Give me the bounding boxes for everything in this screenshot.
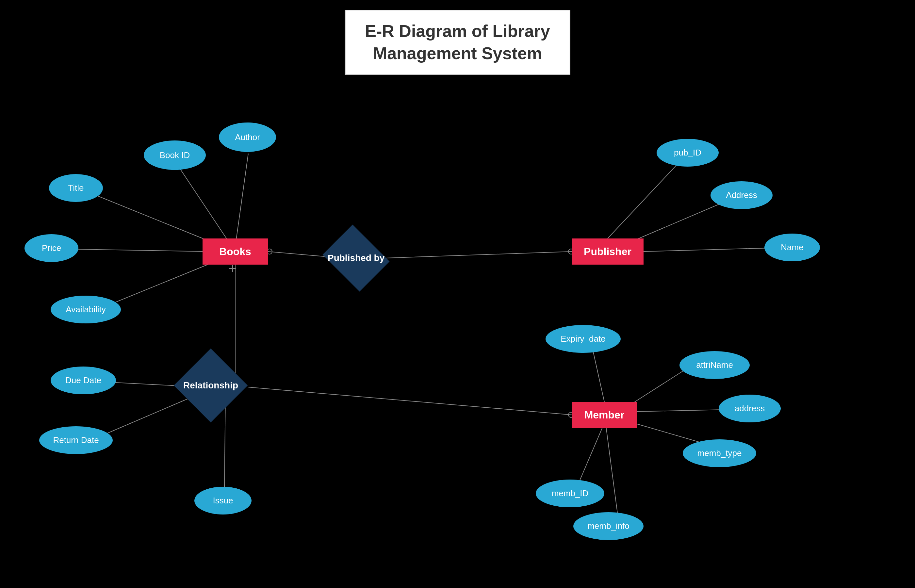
- svg-line-14: [224, 397, 225, 487]
- attr-title: Title: [49, 174, 103, 202]
- svg-line-19: [580, 423, 604, 480]
- attr-memb-type: memb_type: [683, 439, 756, 467]
- attr-issue: Issue: [194, 487, 252, 515]
- diagram-lines: [0, 0, 915, 588]
- attr-address-pub: Address: [710, 181, 773, 209]
- svg-line-20: [606, 426, 617, 513]
- attr-memb-id: memb_ID: [536, 480, 604, 507]
- attr-name-pub: Name: [764, 234, 820, 261]
- svg-line-11: [248, 387, 572, 415]
- entity-books: Books: [203, 239, 268, 265]
- svg-line-6: [386, 252, 572, 258]
- attr-availability: Availability: [51, 296, 121, 323]
- attr-price: Price: [24, 234, 78, 262]
- attr-address-mem: address: [719, 395, 781, 422]
- attr-pub-id: pub_ID: [657, 139, 719, 166]
- attr-expiry-date: Expiry_date: [545, 325, 621, 353]
- svg-line-3: [60, 249, 206, 252]
- svg-line-0: [173, 158, 235, 252]
- attr-book-id: Book ID: [144, 141, 206, 170]
- attr-memb-info: memb_info: [573, 512, 644, 540]
- entity-publisher: Publisher: [572, 239, 644, 265]
- attr-author: Author: [219, 123, 276, 152]
- attr-attri-name: attriName: [679, 351, 750, 379]
- attr-return-date: Return Date: [39, 426, 113, 454]
- entity-member: Member: [572, 402, 637, 428]
- attr-due-date: Due Date: [51, 367, 116, 394]
- svg-line-2: [83, 190, 219, 245]
- svg-line-1: [235, 153, 248, 247]
